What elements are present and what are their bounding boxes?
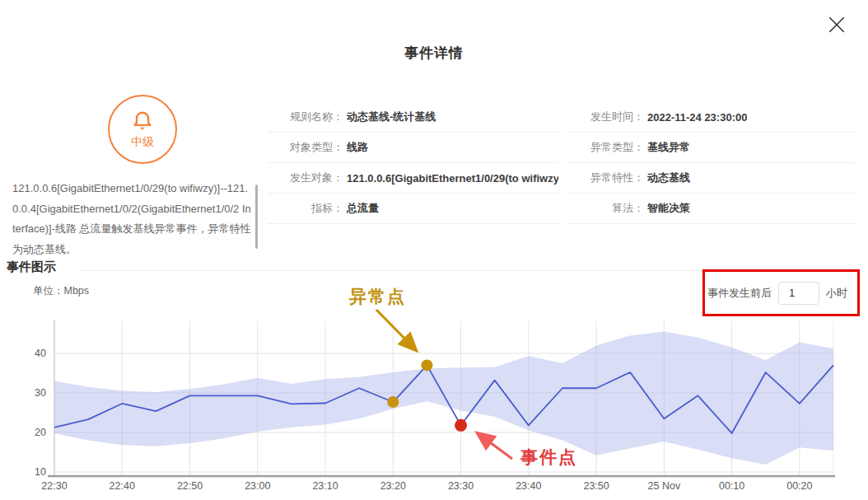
field-value: 动态基线 [647, 171, 690, 185]
info-row-occur-time: 发生时间： 2022-11-24 23:30:00 [568, 102, 855, 133]
anomaly-point-marker [421, 359, 432, 371]
event-chart: 1020304022:3022:4022:5023:0023:1023:2023… [0, 280, 868, 500]
svg-text:30: 30 [35, 387, 46, 399]
field-label: 发生对象： [268, 171, 343, 185]
svg-text:23:10: 23:10 [312, 480, 338, 492]
field-value: 2022-11-24 23:30:00 [647, 111, 747, 124]
field-label: 对象类型： [268, 140, 343, 155]
field-value: 总流量 [347, 201, 379, 216]
field-label: 异常特性： [568, 171, 644, 185]
info-row-object-type: 对象类型： 线路 [268, 133, 558, 163]
info-row-algorithm: 算法： 智能决策 [568, 194, 855, 224]
info-row-anomaly-type: 异常类型： 基线异常 [568, 133, 855, 163]
alarm-bell-icon [129, 110, 156, 134]
dialog-title: 事件详情 [0, 44, 868, 63]
svg-text:22:40: 22:40 [110, 480, 135, 492]
description-scrollbar[interactable] [255, 185, 258, 249]
info-row-anomaly-trait: 异常特性： 动态基线 [568, 163, 855, 194]
section-title-event-chart: 事件图示 [7, 259, 56, 275]
svg-text:23:50: 23:50 [583, 480, 609, 492]
svg-text:23:00: 23:00 [245, 480, 270, 492]
field-label: 异常类型： [568, 140, 644, 155]
svg-text:23:30: 23:30 [448, 480, 474, 492]
svg-text:22:30: 22:30 [41, 480, 67, 492]
field-label: 发生时间： [568, 110, 644, 124]
info-row-occur-object: 发生对象： 121.0.0.6[GigabitEthernet1/0/29(to… [268, 163, 558, 194]
info-row-rule-name: 规则名称： 动态基线-统计基线 [268, 102, 558, 133]
event-description[interactable]: 121.0.0.6[GigabitEthernet1/0/29(to wifiw… [12, 179, 251, 258]
svg-text:23:40: 23:40 [516, 480, 541, 492]
info-column-left: 规则名称： 动态基线-统计基线 对象类型： 线路 发生对象： 121.0.0.6… [268, 102, 558, 224]
close-icon [826, 14, 847, 35]
field-label: 规则名称： [268, 110, 343, 124]
info-column-right: 发生时间： 2022-11-24 23:30:00 异常类型： 基线异常 异常特… [568, 102, 855, 224]
field-label: 算法： [568, 201, 644, 216]
event-arrow-icon [478, 433, 512, 459]
field-value: 动态基线-统计基线 [347, 110, 436, 124]
svg-text:23:20: 23:20 [380, 480, 406, 492]
svg-text:22:50: 22:50 [177, 480, 203, 492]
event-point-marker [455, 419, 467, 432]
svg-text:40: 40 [35, 348, 46, 359]
close-button[interactable] [824, 12, 850, 38]
field-label: 指标： [268, 201, 343, 216]
svg-text:10: 10 [35, 466, 46, 478]
field-value: 智能决策 [647, 201, 690, 216]
field-value: 121.0.0.6[GigabitEthernet1/0/29(to wifiw… [347, 172, 558, 185]
severity-level-label: 中级 [131, 135, 154, 150]
anomaly-point-marker [387, 396, 399, 408]
event-point-label: 事件点 [520, 446, 577, 469]
field-value: 线路 [347, 140, 368, 155]
severity-badge: 中级 [108, 95, 177, 164]
anomaly-arrow-icon [376, 310, 416, 350]
svg-text:00:20: 00:20 [786, 480, 812, 492]
svg-text:00:10: 00:10 [719, 480, 744, 492]
svg-text:20: 20 [35, 427, 46, 438]
svg-text:25 Nov: 25 Nov [648, 480, 681, 492]
info-row-metric: 指标： 总流量 [268, 194, 558, 224]
field-value: 基线异常 [647, 140, 690, 155]
anomaly-point-label: 异常点 [349, 285, 406, 308]
